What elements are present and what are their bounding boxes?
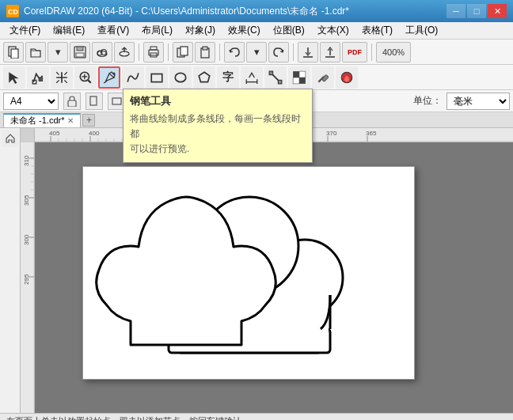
pen-tool[interactable]	[98, 66, 120, 89]
left-toolbar	[0, 128, 21, 413]
svg-rect-40	[293, 71, 299, 78]
paste-properties-button[interactable]	[195, 42, 215, 62]
node-tool[interactable]	[27, 66, 49, 89]
svg-text:295: 295	[23, 274, 30, 285]
v-ruler-svg: 310 305 300 295	[21, 142, 35, 413]
main-area: 405 400 395 390 385 380 375	[0, 128, 513, 413]
connector-tool[interactable]	[264, 66, 287, 89]
svg-rect-16	[180, 47, 188, 55]
pattern-tool[interactable]	[288, 66, 310, 89]
home-icon[interactable]	[2, 130, 19, 147]
svg-point-29	[113, 72, 116, 74]
svg-text:370: 370	[326, 130, 337, 137]
status-bar: 在页面上单击以放置起始点，双击以添加节点，按回车键确认。	[0, 413, 513, 420]
tooltip-title: 钢笔工具	[130, 94, 306, 108]
separator5	[371, 44, 372, 61]
drawing-area[interactable]	[35, 142, 513, 413]
unit-select[interactable]: 毫米 厘米 像素 英寸	[446, 93, 510, 110]
svg-rect-39	[278, 80, 282, 84]
unit-label: 单位：	[413, 94, 442, 108]
select-tool[interactable]	[3, 66, 25, 89]
svg-text:400: 400	[89, 130, 100, 137]
menu-edit[interactable]: 编辑(E)	[47, 22, 91, 39]
close-button[interactable]: ✕	[488, 4, 507, 18]
new-button[interactable]	[3, 42, 24, 62]
open-dropdown[interactable]: ▾	[48, 42, 68, 62]
toolbar2: 字 钢笔工具 将曲线绘制成多条线段，每画一条线段时都可以进行预览.	[0, 65, 513, 90]
svg-marker-33	[199, 72, 210, 81]
svg-rect-47	[68, 100, 76, 107]
chef-hat-path	[83, 167, 416, 380]
cloud-button[interactable]	[92, 42, 112, 62]
document-tab-active[interactable]: 未命名 -1.cdr* ✕	[3, 113, 81, 127]
open-button[interactable]	[25, 42, 46, 62]
svg-rect-38	[269, 71, 273, 75]
svg-rect-24	[39, 78, 43, 81]
export-button[interactable]	[320, 42, 340, 62]
upload-button[interactable]	[114, 42, 135, 62]
add-tab-button[interactable]: +	[82, 114, 95, 127]
page-orientation-button[interactable]	[86, 93, 103, 110]
ellipse-tool[interactable]	[169, 66, 192, 89]
hammer-tool[interactable]	[312, 66, 334, 89]
canvas-wrapper: 405 400 395 390 385 380 375	[21, 128, 513, 413]
page-canvas	[82, 166, 415, 380]
text-tool[interactable]: 字	[217, 66, 239, 89]
dimension-tool[interactable]	[241, 66, 263, 89]
zoom-tool[interactable]	[74, 66, 97, 89]
svg-rect-42	[293, 78, 299, 84]
menu-tools[interactable]: 工具(O)	[399, 22, 444, 39]
menu-table[interactable]: 表格(T)	[355, 22, 399, 39]
redo-button[interactable]	[268, 42, 289, 62]
import-button[interactable]	[298, 42, 318, 62]
menu-text[interactable]: 文本(X)	[311, 22, 355, 39]
curve-tool[interactable]	[122, 66, 144, 89]
ruler-corner	[21, 128, 35, 142]
svg-line-26	[88, 80, 90, 82]
polygon-tool[interactable]	[193, 66, 215, 89]
menu-layout[interactable]: 布局(L)	[135, 22, 179, 39]
menu-view[interactable]: 查看(V)	[91, 22, 135, 39]
zoom-level-display[interactable]: 400%	[376, 42, 411, 62]
pdf-button[interactable]: PDF	[342, 42, 367, 62]
svg-rect-49	[112, 98, 121, 104]
paper-size-select[interactable]: A4 A3 Letter	[3, 93, 59, 110]
undo-dropdown[interactable]: ▾	[246, 42, 267, 62]
window-controls: ─ □ ✕	[446, 4, 507, 18]
svg-text:305: 305	[23, 195, 30, 206]
svg-rect-18	[203, 47, 207, 50]
toolbar1: ▾ ▾ PDF 400%	[0, 40, 513, 65]
svg-text:310: 310	[23, 155, 30, 166]
menu-object[interactable]: 对象(J)	[179, 22, 222, 39]
svg-rect-43	[299, 78, 306, 84]
svg-text:365: 365	[366, 130, 377, 137]
rect-tool[interactable]	[146, 66, 168, 89]
tab-close-button[interactable]: ✕	[67, 116, 74, 125]
menu-bitmap[interactable]: 位图(B)	[267, 22, 311, 39]
tab-label: 未命名 -1.cdr*	[10, 115, 64, 127]
maximize-button[interactable]: □	[467, 4, 486, 18]
separator4	[293, 44, 294, 61]
separator1	[139, 44, 139, 61]
tooltip-body: 将曲线绘制成多条线段，每画一条线段时都可以进行预览.	[130, 112, 306, 157]
menu-effects[interactable]: 效果(C)	[222, 22, 267, 39]
svg-text:CD: CD	[8, 8, 18, 16]
svg-rect-3	[11, 49, 18, 59]
save-button[interactable]	[70, 42, 90, 62]
fill-tool[interactable]	[336, 66, 358, 89]
svg-rect-6	[76, 53, 84, 57]
app-icon: CD	[6, 5, 19, 17]
print-button[interactable]	[143, 42, 164, 62]
svg-rect-31	[151, 74, 162, 81]
copy-properties-button[interactable]	[173, 42, 193, 62]
transform-tool[interactable]	[51, 66, 73, 89]
menu-file[interactable]: 文件(F)	[3, 22, 47, 39]
separator2	[168, 44, 169, 61]
svg-line-30	[104, 82, 105, 83]
lock-proportion-button[interactable]	[63, 93, 81, 110]
vertical-ruler: 310 305 300 295	[21, 142, 35, 413]
svg-text:405: 405	[49, 130, 60, 137]
minimize-button[interactable]: ─	[446, 4, 466, 18]
undo-button[interactable]	[224, 42, 245, 62]
separator3	[219, 44, 220, 61]
